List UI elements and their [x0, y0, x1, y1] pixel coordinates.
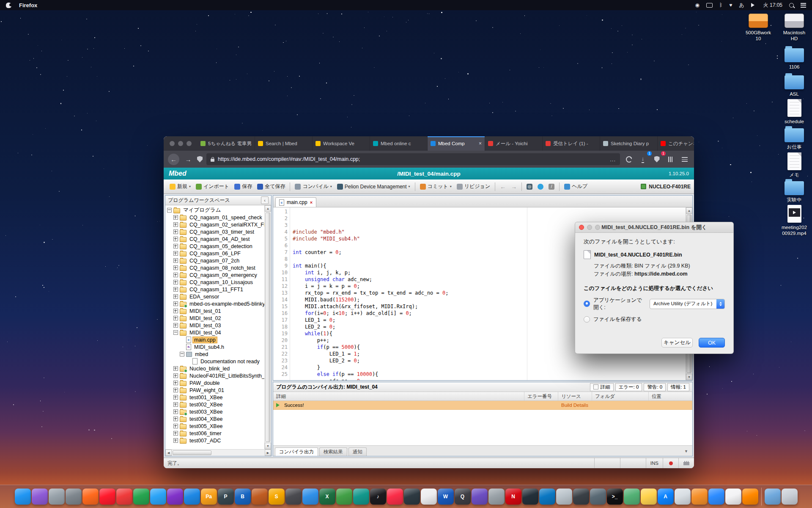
dock-chrome[interactable]	[133, 489, 149, 505]
dock-app-teal[interactable]	[353, 489, 369, 505]
browser-tab[interactable]: Sketching Diary p	[600, 136, 658, 151]
dock-downloads[interactable]	[765, 489, 781, 505]
tree-expander-icon[interactable]	[173, 366, 178, 371]
scroll-up-icon[interactable]: ▲	[686, 207, 692, 214]
page-actions-icon[interactable]: ...	[610, 156, 616, 163]
tree-item[interactable]: EDA_sensor	[165, 293, 264, 300]
select-stepper-icon[interactable]	[716, 299, 724, 309]
downloads-button[interactable]: ↓ 1	[638, 154, 648, 164]
tree-item[interactable]: CQ_nagasm_07_2ch	[165, 257, 264, 264]
menubar-clock[interactable]: 火 17:05	[763, 2, 782, 9]
output-column-header[interactable]: エラー番号	[524, 392, 558, 400]
forward-button[interactable]: →	[183, 154, 193, 164]
tree-expander-icon[interactable]	[173, 280, 178, 284]
heart-icon[interactable]: ♥	[729, 2, 732, 8]
dock-app-gray[interactable]	[488, 489, 505, 505]
browser-tab[interactable]: Mbed Comp×	[428, 136, 485, 151]
dock-monitor[interactable]	[590, 489, 606, 505]
toolbar-button-new[interactable]: 新規▾	[167, 182, 193, 191]
browser-tab[interactable]: Mbed online c	[370, 136, 428, 151]
scroll-down-icon[interactable]: ▼	[686, 374, 692, 380]
scrollbar-thumb[interactable]	[266, 213, 270, 442]
compile-result-row[interactable]: Success!Build Details	[273, 401, 692, 410]
tree-item[interactable]: CQ_nagasm_08_notch_test	[165, 264, 264, 271]
output-column-header[interactable]: 位置	[649, 392, 692, 400]
dock-pages[interactable]: Pa	[201, 489, 217, 505]
dock-finder[interactable]	[15, 489, 31, 505]
url-text[interactable]: https://ide.mbed.com/compiler/#nav:/MIDI…	[218, 156, 606, 162]
dock-sketch[interactable]: S	[269, 489, 285, 505]
dock-quicktime[interactable]: Q	[455, 489, 471, 505]
dock-app-dark[interactable]	[285, 489, 302, 505]
dock-headset[interactable]	[522, 489, 538, 505]
tree-expander-icon[interactable]	[173, 251, 178, 256]
folder-jikkenchu[interactable]: 実験中	[776, 179, 812, 203]
output-tab[interactable]: 検索結果	[319, 447, 347, 456]
tracking-protection-shield-icon[interactable]	[197, 156, 203, 163]
dock-music[interactable]: ♪	[370, 489, 386, 505]
scroll-down-icon[interactable]: ▼	[265, 443, 271, 449]
dock-notes[interactable]	[641, 489, 657, 505]
window-zoom-button[interactable]	[187, 141, 192, 146]
dock-netflix[interactable]: N	[505, 489, 521, 505]
tree-item[interactable]: CQ_nagasm_01_speed_check	[165, 214, 264, 221]
tree-expander-icon[interactable]	[173, 301, 178, 306]
tab-close-icon[interactable]: ×	[479, 141, 482, 146]
file-memo[interactable]: メモ	[776, 152, 812, 178]
mbed-logo[interactable]: Mbed	[169, 170, 187, 177]
browser-tab[interactable]: Workspace Ve	[313, 136, 370, 151]
folder-asl[interactable]: ASL	[776, 73, 812, 97]
tree-item[interactable]: test002_XBee	[165, 401, 264, 408]
tree-expander-icon[interactable]	[173, 222, 178, 227]
dock-opera[interactable]	[99, 489, 115, 505]
output-tab[interactable]: 通知	[348, 447, 367, 456]
tree-item[interactable]: mbed	[165, 351, 264, 358]
tree-item[interactable]: NucleoF401RE_LittleBitsSynth_	[165, 372, 264, 379]
notification-center-icon[interactable]	[801, 3, 806, 8]
tree-item[interactable]: MIDI_test_03	[165, 322, 264, 329]
dock-vlc[interactable]	[742, 489, 758, 505]
tree-expander-icon[interactable]	[173, 309, 178, 313]
apple-logo-icon[interactable]	[6, 3, 11, 8]
output-column-header[interactable]: リソース	[558, 392, 592, 400]
spotlight-search-icon[interactable]	[789, 3, 794, 8]
menu-button[interactable]	[680, 154, 690, 164]
dock-chart[interactable]	[624, 489, 640, 505]
open-with-radio[interactable]	[584, 301, 590, 307]
tree-item[interactable]: CQ_nagasm_02_serialRXTX_FIF	[165, 221, 264, 228]
dock-safari[interactable]	[150, 489, 166, 505]
workspace-vertical-scrollbar[interactable]: ▲ ▼	[264, 205, 271, 449]
tree-item[interactable]: test001_XBee	[165, 394, 264, 401]
dock-app-violet[interactable]	[472, 489, 488, 505]
toolbar-button-find[interactable]: ◎	[524, 182, 535, 191]
dock-mail[interactable]	[184, 489, 200, 505]
tree-expander-icon[interactable]	[173, 388, 178, 392]
tree-item[interactable]: mbed-os-example-mbed5-blinky	[165, 300, 264, 307]
ok-button[interactable]: OK	[699, 338, 725, 348]
folder-oshigoto[interactable]: お仕事	[776, 126, 812, 150]
dock-siri[interactable]	[32, 489, 48, 505]
editor-tab-main-cpp[interactable]: c main.cpp ×	[275, 197, 316, 207]
save-file-option[interactable]: ファイルを保存する	[584, 316, 725, 323]
tree-expander-icon[interactable]	[173, 244, 178, 248]
library-button[interactable]	[666, 154, 676, 164]
dock-garageband[interactable]	[252, 489, 268, 505]
file-schedule[interactable]: schedule	[776, 99, 812, 124]
tree-expander-icon[interactable]	[173, 265, 178, 270]
application-select[interactable]: Archive Utility (デフォルト)	[650, 299, 725, 309]
toolbar-button-help[interactable]: ヘルプ	[562, 182, 590, 191]
tree-expander-icon[interactable]	[167, 208, 172, 213]
macro-icon[interactable]	[683, 461, 689, 465]
browser-tab[interactable]: Search | Mbed	[255, 136, 313, 151]
file-meeting-mp4[interactable]: meeting20200929.mp4	[776, 205, 812, 237]
dock-zoom[interactable]	[708, 489, 724, 505]
folder-1106[interactable]: 1106	[776, 46, 812, 70]
toolbar-button-undo[interactable]: ←	[497, 182, 508, 191]
tree-item[interactable]: CQ_nagasm_06_LPF	[165, 250, 264, 257]
toolbar-button-pelion[interactable]: Pelion Device Management▾	[335, 182, 413, 191]
url-bar[interactable]: https://ide.mbed.com/compiler/#nav:/MIDI…	[206, 153, 620, 165]
drive-macintosh-hd[interactable]: MacintoshHD	[776, 14, 812, 42]
toolbar-button-wrench[interactable]: /	[546, 182, 557, 191]
bluetooth-icon[interactable]: ᛒ	[719, 2, 722, 8]
tree-expander-icon[interactable]	[173, 431, 178, 436]
